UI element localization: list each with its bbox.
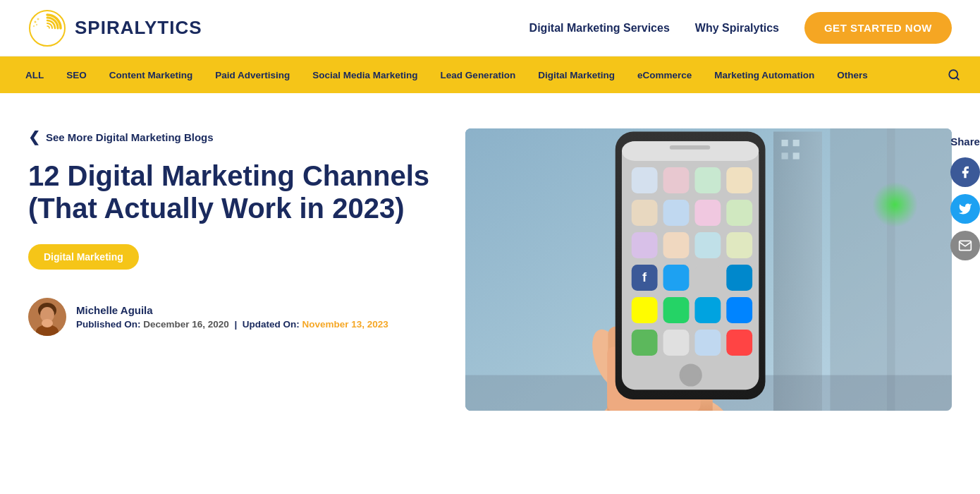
main-content: ❮ See More Digital Marketing Blogs 12 Di… — [0, 93, 980, 439]
svg-rect-52 — [663, 297, 690, 323]
svg-line-6 — [956, 77, 958, 79]
share-email-button[interactable] — [950, 231, 980, 260]
back-arrow-icon: ❮ — [28, 128, 40, 145]
article-tag-button[interactable]: Digital Marketing — [28, 244, 139, 270]
nav-link-digital-marketing-services[interactable]: Digital Marketing Services — [529, 22, 670, 35]
svg-rect-16 — [782, 140, 788, 146]
svg-point-3 — [33, 25, 35, 26]
logo-icon — [28, 9, 66, 47]
svg-rect-48 — [663, 265, 690, 291]
svg-rect-53 — [694, 297, 721, 323]
category-nav-paid-advertising[interactable]: Paid Advertising — [204, 56, 301, 93]
author-name: Michelle Aguila — [76, 304, 388, 316]
updated-label: Updated On: — [243, 319, 300, 330]
author-info: Michelle Aguila Published On: December 1… — [76, 304, 388, 330]
article-right-col: f — [465, 128, 952, 411]
updated-date: November 13, 2023 — [302, 319, 388, 330]
header-nav: Digital Marketing Services Why Spiralyti… — [529, 12, 952, 44]
svg-rect-38 — [632, 200, 658, 226]
svg-rect-57 — [694, 330, 721, 356]
share-sidebar: Share — [950, 135, 980, 260]
svg-rect-36 — [694, 167, 721, 193]
article-left-col: ❮ See More Digital Marketing Blogs 12 Di… — [28, 128, 437, 411]
svg-rect-15 — [887, 128, 952, 411]
category-nav: ALL SEO Content Marketing Paid Advertisi… — [0, 56, 980, 93]
author-avatar — [28, 298, 66, 336]
svg-rect-61 — [670, 145, 711, 150]
nav-link-why-spiralytics[interactable]: Why Spiralytics — [695, 22, 779, 35]
svg-rect-44 — [694, 232, 721, 258]
svg-rect-55 — [632, 330, 658, 356]
svg-point-2 — [37, 18, 39, 20]
category-nav-lead-generation[interactable]: Lead Generation — [429, 56, 527, 93]
published-label: Published On: — [76, 319, 141, 330]
hero-image: f — [465, 128, 952, 411]
svg-rect-13 — [773, 132, 822, 411]
svg-point-60 — [682, 366, 699, 384]
published-date: December 16, 2020 — [143, 319, 229, 330]
category-nav-content-marketing[interactable]: Content Marketing — [98, 56, 204, 93]
category-nav-marketing-automation[interactable]: Marketing Automation — [703, 56, 826, 93]
category-nav-digital-marketing[interactable]: Digital Marketing — [527, 56, 626, 93]
author-area: Michelle Aguila Published On: December 1… — [28, 298, 437, 336]
svg-rect-50 — [726, 265, 752, 291]
svg-point-11 — [42, 319, 53, 327]
article-title: 12 Digital Marketing Channels (That Actu… — [28, 159, 437, 224]
category-nav-others[interactable]: Others — [826, 56, 879, 93]
svg-point-20 — [872, 182, 917, 227]
svg-rect-41 — [726, 200, 752, 226]
pipe: | — [234, 319, 237, 330]
svg-rect-39 — [663, 200, 690, 226]
svg-rect-51 — [632, 297, 658, 323]
svg-rect-37 — [726, 167, 752, 193]
svg-rect-43 — [663, 232, 690, 258]
svg-rect-14 — [831, 128, 895, 411]
search-icon[interactable] — [942, 68, 966, 81]
logo-area[interactable]: SPIRALYTICS — [28, 9, 202, 47]
author-dates: Published On: December 16, 2020 | Update… — [76, 319, 388, 330]
share-facebook-button[interactable] — [950, 157, 980, 187]
category-nav-social-media-marketing[interactable]: Social Media Marketing — [301, 56, 429, 93]
category-nav-seo[interactable]: SEO — [55, 56, 98, 93]
site-header: SPIRALYTICS Digital Marketing Services W… — [0, 0, 980, 56]
svg-point-1 — [35, 20, 37, 23]
svg-rect-17 — [793, 140, 800, 146]
svg-rect-40 — [694, 200, 721, 226]
category-nav-ecommerce[interactable]: eCommerce — [626, 56, 703, 93]
get-started-button[interactable]: GET STARTED NOW — [804, 12, 952, 44]
logo-text: SPIRALYTICS — [75, 17, 202, 39]
svg-rect-45 — [726, 232, 752, 258]
svg-rect-56 — [663, 330, 690, 356]
svg-rect-33 — [622, 141, 759, 161]
category-nav-all[interactable]: ALL — [14, 56, 55, 93]
svg-rect-54 — [726, 297, 752, 323]
svg-rect-49 — [694, 265, 721, 291]
share-label: Share — [950, 135, 980, 147]
svg-text:f: f — [642, 270, 647, 284]
svg-rect-42 — [632, 232, 658, 258]
back-link-text: See More Digital Marketing Blogs — [46, 131, 214, 143]
svg-rect-18 — [782, 152, 788, 159]
svg-rect-34 — [632, 167, 658, 193]
svg-rect-35 — [663, 167, 690, 193]
svg-point-4 — [36, 23, 37, 25]
share-twitter-button[interactable] — [950, 194, 980, 224]
svg-rect-19 — [793, 152, 800, 159]
svg-rect-58 — [726, 330, 752, 356]
back-link[interactable]: ❮ See More Digital Marketing Blogs — [28, 128, 437, 145]
